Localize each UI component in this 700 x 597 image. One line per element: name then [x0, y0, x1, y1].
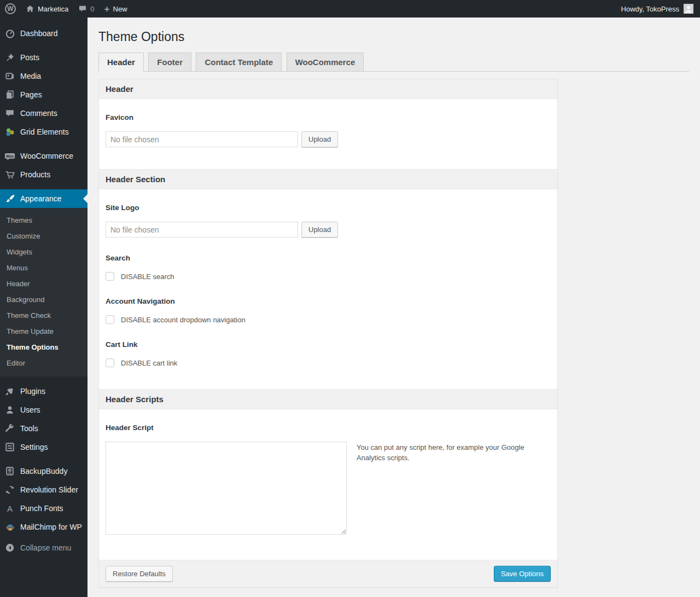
backup-drive-icon [4, 466, 15, 477]
favicon-label: Favicon [106, 113, 551, 121]
disable-search-row: DISABLE search [106, 272, 551, 281]
sidebar-item-tools[interactable]: Tools [0, 419, 88, 438]
comments-count: 0 [90, 5, 94, 13]
tab-contact-template[interactable]: Contact Template [196, 53, 282, 72]
disable-cart-link-checkbox[interactable] [106, 358, 114, 367]
sidebar-label: Posts [20, 53, 39, 62]
tab-footer[interactable]: Footer [148, 53, 191, 72]
submenu-item-widgets[interactable]: Widgets [0, 244, 88, 260]
cart-link-label: Cart Link [106, 340, 551, 349]
comment-icon [4, 108, 15, 119]
site-name-label: Marketica [38, 5, 68, 13]
disable-cart-link-label: DISABLE cart link [121, 359, 177, 367]
howdy-label: Howdy, TokoPress [621, 5, 679, 13]
wp-logo-menu[interactable]: W [0, 0, 21, 18]
admin-sidebar: Dashboard Posts Media Pages Comments Gri… [0, 18, 88, 597]
sidebar-label: MailChimp for WP [20, 523, 82, 531]
submenu-item-header[interactable]: Header [0, 276, 88, 292]
comment-bubble-icon [78, 4, 87, 13]
site-name-menu[interactable]: Marketica [21, 0, 73, 18]
submenu-item-theme-update[interactable]: Theme Update [0, 323, 88, 339]
save-options-button[interactable]: Save Options [494, 566, 551, 582]
sidebar-label: Dashboard [20, 29, 58, 38]
sidebar-label: Comments [20, 109, 57, 118]
pages-icon [4, 89, 15, 100]
favicon-file-input[interactable] [106, 131, 298, 147]
disable-search-label: DISABLE search [121, 273, 174, 281]
monkey-icon [4, 521, 15, 532]
favicon-section: Favicon Upload [99, 99, 557, 169]
plug-icon [4, 386, 15, 397]
header-script-textarea[interactable] [106, 442, 347, 535]
home-icon [26, 4, 34, 13]
wrench-icon [4, 423, 15, 434]
sidebar-item-woocommerce[interactable]: Woo WooCommerce [0, 147, 88, 165]
account-menu[interactable]: Howdy, TokoPress [615, 0, 700, 18]
disable-search-checkbox[interactable] [106, 272, 114, 281]
site-logo-file-input[interactable] [106, 222, 298, 237]
sidebar-item-collapse-menu[interactable]: Collapse menu [0, 538, 88, 557]
new-label: New [113, 5, 127, 13]
sidebar-item-revolution-slider[interactable]: Revolution Slider [0, 480, 88, 499]
submenu-item-themes[interactable]: Themes [0, 212, 88, 228]
tab-woocommerce[interactable]: WooCommerce [287, 53, 364, 72]
sidebar-item-users[interactable]: Users [0, 401, 88, 419]
sidebar-label: Grid Elements [20, 127, 69, 136]
plus-icon: + [104, 4, 110, 14]
sidebar-label: Revolution Slider [20, 485, 78, 494]
sidebar-label: WooCommerce [20, 152, 73, 160]
section-header: Header [99, 79, 557, 99]
sidebar-item-appearance[interactable]: Appearance [0, 189, 88, 208]
sidebar-label: Tools [20, 424, 38, 433]
grid-elements-icon [4, 126, 15, 137]
sidebar-label: Punch Fonts [20, 504, 63, 513]
restore-defaults-button[interactable]: Restore Defaults [106, 566, 173, 582]
site-logo-upload-button[interactable]: Upload [301, 222, 338, 237]
user-icon [4, 404, 15, 415]
sidebar-item-punch-fonts[interactable]: A Punch Fonts [0, 499, 88, 518]
sidebar-item-settings[interactable]: Settings [0, 438, 88, 456]
tab-bar: Header Footer Contact Template WooCommer… [98, 53, 689, 72]
disable-cart-link-row: DISABLE cart link [106, 358, 551, 367]
section-header-section: Header Section [99, 169, 557, 189]
submenu-item-background[interactable]: Background [0, 292, 88, 308]
sidebar-item-dashboard[interactable]: Dashboard [0, 24, 88, 43]
letter-a-icon: A [4, 503, 15, 514]
sidebar-label: Settings [20, 443, 48, 451]
appearance-submenu: Themes Customize Widgets Menus Header Ba… [0, 208, 88, 376]
site-logo-label: Site Logo [106, 204, 551, 212]
collapse-arrow-icon [4, 542, 15, 553]
sidebar-item-grid-elements[interactable]: Grid Elements [0, 123, 88, 141]
header-script-hint: You can put any script here, for example… [357, 442, 532, 463]
sidebar-item-comments[interactable]: Comments [0, 104, 88, 123]
sidebar-item-products[interactable]: Products [0, 165, 88, 184]
sidebar-label: BackupBuddy [20, 467, 67, 476]
submenu-item-theme-check[interactable]: Theme Check [0, 308, 88, 323]
sidebar-item-plugins[interactable]: Plugins [0, 382, 88, 401]
submenu-item-customize[interactable]: Customize [0, 228, 88, 244]
sidebar-item-backupbuddy[interactable]: BackupBuddy [0, 462, 88, 480]
account-navigation-label: Account Navigation [106, 297, 551, 305]
avatar [684, 4, 693, 14]
sidebar-item-pages[interactable]: Pages [0, 85, 88, 104]
header-scripts-body: Header Script You can put any script her… [99, 409, 557, 560]
tab-header[interactable]: Header [98, 53, 144, 72]
new-menu[interactable]: + New [100, 0, 132, 18]
submenu-item-menus[interactable]: Menus [0, 260, 88, 276]
brush-icon [4, 193, 15, 204]
sidebar-item-mailchimp[interactable]: MailChimp for WP [0, 518, 88, 536]
sidebar-item-posts[interactable]: Posts [0, 48, 88, 67]
sidebar-label: Appearance [20, 194, 62, 203]
sidebar-item-media[interactable]: Media [0, 67, 88, 85]
submenu-item-theme-options[interactable]: Theme Options [0, 339, 88, 355]
comments-menu[interactable]: 0 [73, 0, 99, 18]
sidebar-label: Media [20, 72, 41, 80]
settings-icon [4, 442, 15, 453]
sidebar-label: Plugins [20, 387, 45, 396]
submenu-item-editor[interactable]: Editor [0, 355, 88, 371]
section-header-scripts: Header Scripts [99, 389, 557, 409]
svg-text:Woo: Woo [6, 154, 14, 158]
disable-account-nav-checkbox[interactable] [106, 315, 114, 324]
favicon-upload-button[interactable]: Upload [301, 131, 338, 147]
search-label: Search [106, 254, 551, 262]
